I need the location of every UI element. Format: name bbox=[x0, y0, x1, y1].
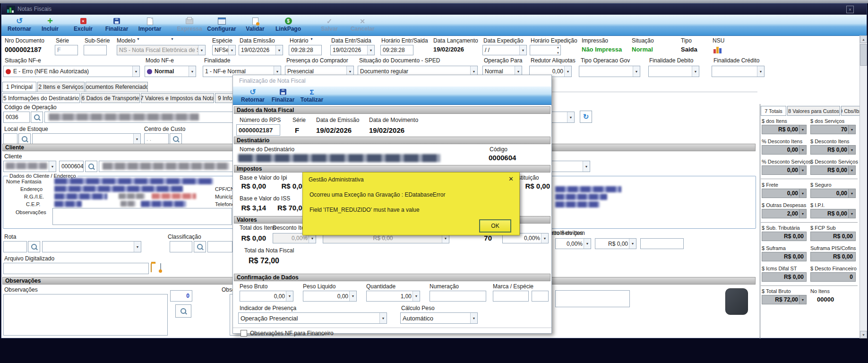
chevron-down-icon[interactable]: ▼ bbox=[799, 209, 806, 218]
data-emissao-combo[interactable]: 19/02/2026▼ bbox=[239, 45, 283, 55]
rota-field[interactable] bbox=[3, 241, 27, 252]
chevron-down-icon[interactable]: ▼ bbox=[583, 161, 590, 172]
close-icon[interactable]: ✕ bbox=[508, 175, 514, 182]
cliente-codigo-field[interactable]: 0000604 bbox=[59, 161, 84, 172]
observacoes-search-button[interactable] bbox=[175, 304, 191, 318]
tab-principal[interactable]: 1 Principal bbox=[2, 82, 36, 92]
finalidade-debito-combo[interactable]: ▼ bbox=[648, 66, 699, 77]
chevron-down-icon[interactable]: ▼ bbox=[228, 45, 235, 55]
classificacao-search-button[interactable] bbox=[194, 241, 206, 252]
dialog-retornar-button[interactable]: ↺Retornar bbox=[235, 87, 270, 103]
data-entr-saida-combo[interactable]: 19/02/2026▼ bbox=[330, 45, 375, 55]
importar-dropdown-icon[interactable]: ▼ bbox=[171, 37, 174, 41]
chevron-down-icon[interactable]: ▼ bbox=[367, 45, 374, 55]
marca-especie-field-2[interactable] bbox=[532, 291, 549, 302]
close-icon[interactable]: × bbox=[846, 6, 854, 13]
rota-combo[interactable]: ▼ bbox=[42, 241, 141, 252]
vertical-scrollbar[interactable]: ▲ ▼ bbox=[859, 35, 867, 338]
observacoes-textarea[interactable] bbox=[3, 294, 168, 336]
horario-field[interactable]: 09:28:28 bbox=[289, 45, 322, 55]
checkbox-icon[interactable] bbox=[241, 330, 247, 337]
configurar-button[interactable]: Configurar bbox=[204, 17, 239, 32]
incluir-button[interactable]: +Incluir bbox=[33, 17, 68, 32]
peso-bruto-combo[interactable]: 0,00▼ bbox=[240, 291, 293, 302]
totals-value[interactable]: R$ 0,00▼ bbox=[810, 145, 856, 155]
codigo-operacao-config-button[interactable]: ↻ bbox=[580, 111, 592, 123]
chevron-down-icon[interactable]: ▼ bbox=[413, 291, 420, 301]
chevron-down-icon[interactable]: ▼ bbox=[275, 45, 283, 55]
spinner-up-icon[interactable]: ▲ bbox=[557, 46, 559, 49]
classificacao-field[interactable] bbox=[170, 241, 192, 252]
horario-expedicao-spinner[interactable]: ▲ ▼ bbox=[530, 45, 561, 55]
chevron-down-icon[interactable]: ▼ bbox=[189, 66, 196, 77]
totals-value[interactable]: 2,00▼ bbox=[762, 209, 807, 218]
totals-value[interactable]: R$ 0,00▼ bbox=[810, 209, 856, 218]
chevron-down-icon[interactable]: ▼ bbox=[519, 45, 526, 55]
codigo-operacao-field[interactable]: 0036 bbox=[3, 112, 30, 123]
local-estoque-combo[interactable]: ▼ bbox=[32, 133, 141, 145]
dialog-totalizar-button[interactable]: ΣTotalizar bbox=[294, 87, 329, 103]
quantidade-combo[interactable]: 1,00▼ bbox=[366, 291, 420, 302]
chevron-down-icon[interactable]: ▼ bbox=[848, 125, 855, 134]
linkpago-button[interactable]: $LinkPago bbox=[271, 17, 306, 32]
ok-button[interactable]: OK bbox=[480, 220, 511, 232]
tab-documentos-referenciados[interactable]: Documentos Referenciados bbox=[86, 82, 148, 92]
observacoes-cliente-textarea[interactable] bbox=[52, 208, 232, 225]
local-estoque-search-button[interactable] bbox=[18, 133, 31, 145]
scrollbar-down-button[interactable]: ▼ bbox=[860, 331, 867, 338]
chevron-down-icon[interactable]: ▼ bbox=[470, 313, 477, 323]
desconto-servicos-pct-combo[interactable]: 0,00%▼ bbox=[555, 238, 591, 249]
horario-entr-saida-field[interactable]: 09:28:28 bbox=[380, 45, 413, 55]
data-expedicao-combo[interactable]: / /▼ bbox=[482, 45, 527, 55]
totals-value[interactable]: 0,00▼ bbox=[810, 189, 856, 198]
chevron-down-icon[interactable]: ▼ bbox=[799, 295, 806, 304]
chevron-down-icon[interactable]: ▼ bbox=[799, 125, 806, 134]
desconto-servicos-valor-combo[interactable]: R$ 0,00▼ bbox=[595, 238, 636, 249]
centro-custo-field[interactable]: . . bbox=[144, 133, 169, 145]
importar-button[interactable]: Importar bbox=[132, 17, 167, 32]
nsu-icon[interactable] bbox=[713, 46, 722, 53]
arquivo-digitalizado-field[interactable] bbox=[3, 263, 149, 274]
especie-combo[interactable]: NFSe▼ bbox=[212, 45, 236, 55]
chevron-down-icon[interactable]: ▼ bbox=[133, 134, 140, 144]
tab-informacoes-destinatario[interactable]: 5 Informações do Destinatário bbox=[2, 93, 80, 103]
chevron-down-icon[interactable]: ▼ bbox=[799, 189, 806, 198]
calculo-peso-combo[interactable]: Automático▼ bbox=[400, 312, 478, 324]
chevron-down-icon[interactable]: ▼ bbox=[49, 161, 56, 172]
numeracao-field[interactable] bbox=[430, 291, 486, 302]
totals-value[interactable]: 70▼ bbox=[810, 125, 856, 134]
chevron-down-icon[interactable]: ▼ bbox=[286, 291, 293, 301]
totals-value[interactable]: 0,00▼ bbox=[762, 189, 807, 198]
subserie-field[interactable] bbox=[84, 45, 107, 55]
totals-value[interactable]: R$ 72,00▼ bbox=[762, 295, 807, 304]
chevron-down-icon[interactable]: ▼ bbox=[848, 166, 855, 174]
centro-custo-search-button[interactable] bbox=[170, 133, 182, 145]
tab-valores-para-custos[interactable]: 8 Valores para Custos bbox=[787, 106, 840, 116]
totals-value[interactable]: R$ 0,00▼ bbox=[762, 125, 807, 134]
scrollbar-up-button[interactable]: ▲ bbox=[860, 35, 867, 43]
chevron-down-icon[interactable]: ▼ bbox=[757, 66, 764, 77]
chevron-down-icon[interactable]: ▼ bbox=[848, 209, 855, 218]
excluir-button[interactable]: ×Excluir bbox=[66, 17, 101, 32]
chevron-down-icon[interactable]: ▼ bbox=[379, 313, 387, 323]
arquivo-page-button[interactable] bbox=[160, 264, 161, 272]
finalizar-button[interactable]: Finalizar bbox=[99, 17, 134, 32]
tab-totais[interactable]: 7 Totais bbox=[761, 106, 786, 116]
controle-item-field[interactable] bbox=[640, 238, 684, 249]
chevron-down-icon[interactable]: ▼ bbox=[134, 242, 141, 252]
chevron-down-icon[interactable]: ▼ bbox=[629, 239, 636, 249]
tab-itens-servicos[interactable]: 2 Itens e Serviços bbox=[37, 82, 85, 92]
peso-liquido-combo[interactable]: 0,00▼ bbox=[303, 291, 357, 302]
obs-financeiro-checkbox-row[interactable]: Observações NF para Financeiro bbox=[241, 330, 334, 337]
chevron-down-icon[interactable]: ▼ bbox=[692, 66, 699, 77]
serie-field[interactable]: F bbox=[55, 45, 78, 55]
retornar-button[interactable]: ↺Retornar bbox=[2, 17, 37, 32]
spinner-down-icon[interactable]: ▼ bbox=[557, 52, 559, 54]
rota-search-button[interactable] bbox=[28, 241, 40, 252]
tipo-operacao-gov-combo[interactable]: ▼ bbox=[579, 66, 640, 77]
chevron-down-icon[interactable]: ▼ bbox=[132, 66, 139, 77]
modo-nfe-combo[interactable]: Normal▼ bbox=[145, 66, 196, 77]
chevron-down-icon[interactable]: ▼ bbox=[848, 146, 855, 154]
classificacao-desc-field[interactable] bbox=[207, 241, 232, 252]
local-estoque-field[interactable] bbox=[3, 133, 17, 145]
